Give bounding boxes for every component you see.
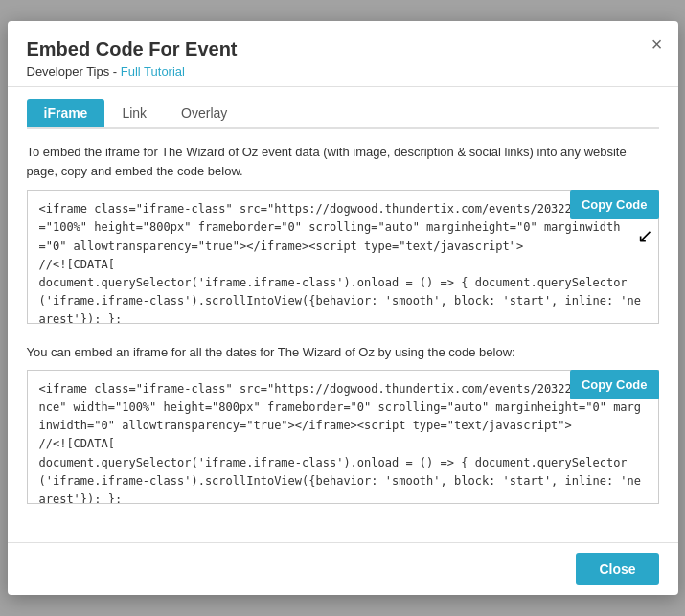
modal-footer: Close	[8, 542, 678, 595]
modal-header: Embed Code For Event Developer Tips - Fu…	[8, 21, 678, 87]
section2-code-box[interactable]: <iframe class="iframe-class" src="https:…	[27, 370, 659, 504]
tab-link[interactable]: Link	[104, 99, 164, 127]
full-tutorial-link[interactable]: Full Tutorial	[121, 64, 185, 79]
tab-iframe[interactable]: iFrame	[27, 99, 105, 127]
section2-code-section: Copy Code <iframe class="iframe-class" s…	[27, 370, 659, 504]
modal-body: iFrame Link Overlay To embed the iframe …	[8, 87, 678, 542]
section1-description: To embed the iframe for The Wizard of Oz…	[27, 143, 659, 180]
copy-code-button-2[interactable]: Copy Code	[570, 370, 659, 399]
section2-description: You can embed an iframe for all the date…	[27, 343, 659, 362]
modal: Embed Code For Event Developer Tips - Fu…	[8, 21, 678, 595]
tab-overlay[interactable]: Overlay	[164, 99, 244, 127]
section1-code-box[interactable]: <iframe class="iframe-class" src="https:…	[27, 190, 659, 324]
section1-code-section: Copy Code ↙ <iframe class="iframe-class"…	[27, 190, 659, 324]
tabs-container: iFrame Link Overlay	[27, 99, 659, 129]
modal-overlay: Embed Code For Event Developer Tips - Fu…	[0, 0, 685, 616]
modal-title: Embed Code For Event	[27, 38, 659, 60]
modal-subtitle: Developer Tips - Full Tutorial	[27, 64, 659, 79]
footer-close-button[interactable]: Close	[576, 553, 658, 585]
modal-close-button[interactable]: ×	[651, 34, 663, 54]
subtitle-prefix: Developer Tips -	[27, 64, 121, 79]
copy-code-button-1[interactable]: Copy Code	[570, 190, 659, 219]
